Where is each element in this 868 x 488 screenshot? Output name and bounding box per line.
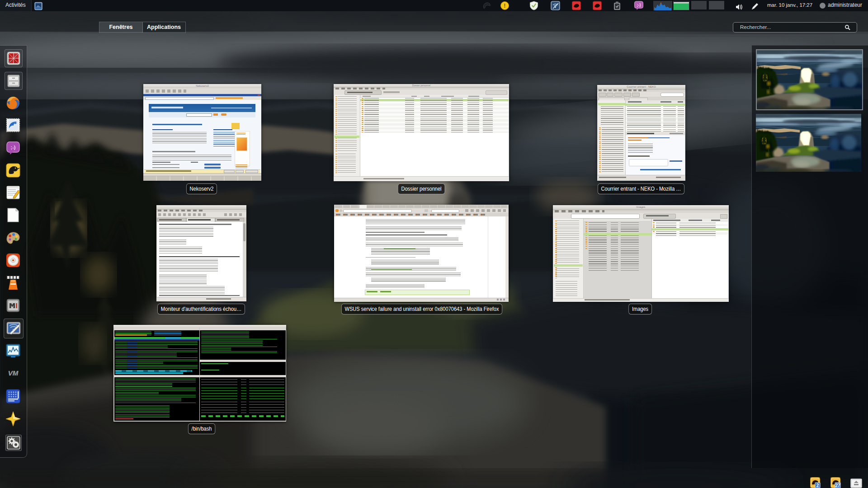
svg-text:;-): ;-) bbox=[637, 3, 641, 7]
svg-text:!: ! bbox=[504, 2, 505, 9]
svg-text:27: 27 bbox=[835, 483, 840, 488]
svg-text:2: 2 bbox=[816, 483, 819, 488]
svg-text:;-): ;-) bbox=[11, 145, 16, 150]
svg-text:VM: VM bbox=[8, 369, 19, 377]
